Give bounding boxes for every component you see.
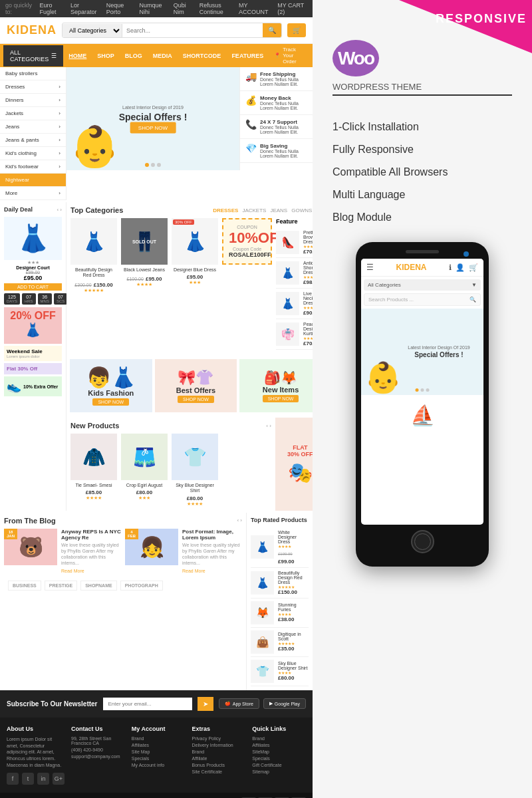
twitter-icon[interactable]: t [22,773,34,785]
nav-shortcode[interactable]: SHORTCODE [178,48,227,64]
hero-dot-2[interactable] [151,163,155,167]
footer-account-brand[interactable]: Brand [132,736,186,741]
site-logo[interactable]: KIDENA [7,23,57,37]
footer-certificate[interactable]: Site Certificate [192,769,246,774]
footer-account-affiliates[interactable]: Affiliates [132,743,186,747]
saving-icon: 💎 [245,143,257,154]
track-order[interactable]: 📍 Track Your Order [269,44,309,67]
hero-dot-3[interactable] [157,163,161,167]
featured-img-1: 👠 [276,231,299,254]
my-account-link[interactable]: MY ACCOUNT [239,2,272,15]
sidebar-item-jackets[interactable]: Jackets› [0,107,66,120]
footer-quick-affiliates[interactable]: Affiliates [252,743,306,747]
sidebar-item-kids-clothing[interactable]: Kid's clothing› [0,147,66,160]
footer-quick-gift[interactable]: Gift Certificate [252,763,306,767]
phone-info-icon[interactable]: ℹ [449,263,452,272]
product-stars-2: ★★★★ [121,282,168,287]
nav-features[interactable]: FEATURES [226,48,269,64]
info-box-support-title: 24 X 7 Support [260,119,307,125]
phone-dropdown[interactable]: All Categories ▼ [364,279,481,291]
phone-home-button[interactable] [411,530,434,553]
facebook-icon[interactable]: f [7,773,19,785]
phone-user-icon[interactable]: 👤 [456,263,465,272]
footer-account-sitemap[interactable]: Site Map [132,749,186,754]
phone-section: ☰ KIDENA ℹ 👤 🛒 All Categories ▼ [313,235,532,573]
category-select[interactable]: All Categories [63,24,122,37]
footer-bottom: Copyright © 2020 By ThemeHive. All Right… [0,793,313,798]
sidebar-item-baby-strollers[interactable]: Baby strollers [0,67,66,80]
new-products-nav[interactable]: ‹ › [266,423,271,429]
new-products-grid: 🧥 Tie Smael- Smesi £85.00 ★★★★ 🩳 Crop Eg… [70,434,271,507]
google-play-badge[interactable]: ▶ Google Play [263,698,306,709]
linkedin-icon[interactable]: in [37,773,49,785]
new-product-image-1: 🧥 [70,434,117,480]
sidebar-item-kids-footwear[interactable]: Kid's footwear› [0,160,66,174]
footer-quick-sitemap[interactable]: SiteMap [252,749,306,754]
rated-info-1: White Designer Dress ★★★★ £100.00 £99.00 [278,530,309,565]
read-more-2[interactable]: Read More [182,569,205,573]
deal-product-stars: ★★★ [4,260,62,265]
newsletter-submit[interactable]: ➤ [198,697,213,711]
phone-search[interactable]: Search Products ... 🔍 [364,293,481,306]
read-more-1[interactable]: Read More [61,569,84,573]
topbar-link-2[interactable]: Lor Separator [70,2,101,15]
phone-cart-icon[interactable]: 🛒 [469,263,478,272]
new-items-btn[interactable]: SHOP NOW [263,395,299,402]
topbar-link-1[interactable]: Euro Fuglet [40,2,66,15]
footer-brand[interactable]: Brand [192,749,246,754]
sidebar-item-jeans[interactable]: Jeans› [0,120,66,134]
new-products-section: New Products ‹ › 🧥 Tie Smael- Smesi £85.… [66,418,275,511]
cart-icon[interactable]: 🛒 [287,23,306,37]
nav-blog[interactable]: BLOG [120,48,148,64]
blog-nav[interactable]: ‹ › [237,517,242,523]
search-input[interactable] [122,25,263,37]
footer-privacy[interactable]: Privacy Policy [192,736,246,741]
daily-deal-nav[interactable]: ‹ › [57,207,62,213]
tab-jeans[interactable]: JEANS [270,207,287,213]
sidebar-item-jeans-pants[interactable]: Jeans & pants› [0,134,66,147]
extra-10-image: 👟 [7,379,21,394]
sidebar-item-nightwear[interactable]: Nightwear [0,174,66,187]
footer-quick-specials[interactable]: Specials [252,756,306,761]
topbar-link-5[interactable]: Qubi Nim [174,2,194,15]
footer-quick-sitemap2[interactable]: Sitemap [252,769,306,774]
all-categories-btn[interactable]: ALL CATEGORIES ☰ [3,45,63,66]
search-bar[interactable]: All Categories 🔍 [62,23,282,38]
sidebar-item-more[interactable]: More› [0,187,66,200]
tab-gowns[interactable]: GOWNS [291,207,312,213]
feature-2: Fully Responsive [332,138,512,161]
footer-quick-brand[interactable]: Brand [252,736,306,741]
footer-affiliate[interactable]: Affiliate [192,756,246,761]
footer-delivery[interactable]: Delivery Information [192,743,246,747]
info-box-support-text: Donec Tellus Nulla Lorem Nullam Elit. [260,125,307,134]
app-store-badge[interactable]: 🍎 App Store [219,698,259,709]
sidebar-item-dinners[interactable]: Dinners› [0,94,66,107]
phone-hamburger[interactable]: ☰ [366,263,374,272]
footer-account-info[interactable]: My Account info [132,763,186,767]
nav-shop[interactable]: SHOP [92,48,120,64]
kids-fashion-btn[interactable]: SHOP NOW [92,398,129,406]
sidebar-item-dresses[interactable]: Dresses› [0,80,66,94]
product-image-3: 👗 30% OFF [172,218,218,265]
nav-media[interactable]: MEDIA [148,48,178,64]
shop-now-button[interactable]: SHOP NOW [130,122,176,133]
blog-text-1: We love these quality styled by Phyllis … [61,542,121,566]
feature-1: 1-Click Installation [332,116,512,138]
gplus-icon[interactable]: G+ [53,773,65,785]
topbar-link-6[interactable]: Refusus Continue [200,2,239,15]
topbar-link-4[interactable]: Numque Nihi [140,2,168,15]
newsletter-input[interactable] [103,698,192,710]
hero-dot-1[interactable] [145,163,149,167]
cart-link[interactable]: MY CART (2) [277,2,307,15]
best-offers-btn[interactable]: SHOP NOW [178,396,214,403]
tab-dresses[interactable]: DRESSES [213,207,238,213]
footer-bonus[interactable]: Bonus Products [192,763,246,767]
new-product-stars-1: ★★★★ [70,495,117,501]
footer-address: 99, 28th Street San Francisco CA [71,736,125,745]
topbar-link-3[interactable]: Neque Porto [106,2,134,15]
footer-account-specials[interactable]: Specials [132,756,186,761]
nav-home[interactable]: HOME [63,48,92,64]
search-button[interactable]: 🔍 [263,23,281,37]
tab-jackets[interactable]: JACKETS [242,207,266,213]
add-to-cart-button[interactable]: ADD TO CART [4,283,62,291]
